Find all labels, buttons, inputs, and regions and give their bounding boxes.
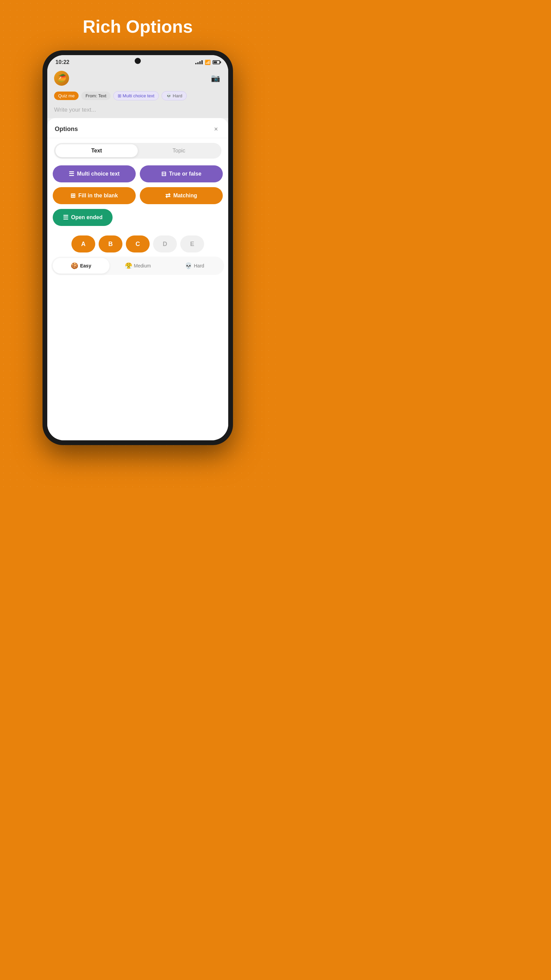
- tab-switcher: Text Topic: [54, 143, 221, 159]
- options-row-2: ⊞ Fill in the blank ⇄ Matching: [53, 187, 223, 204]
- letter-c[interactable]: C: [126, 235, 150, 253]
- wifi-icon: 📶: [205, 60, 211, 65]
- text-placeholder: Write your text...: [54, 107, 96, 113]
- multi-choice-label: Multi choice text: [123, 93, 154, 98]
- phone-camera-notch: [135, 58, 141, 64]
- phone-screen: 10:22 📶 🥭 📷 Quiz me: [47, 55, 228, 440]
- quiz-me-tag[interactable]: Quiz me: [54, 92, 79, 100]
- from-text-tag[interactable]: From: Text: [81, 92, 110, 100]
- letter-e[interactable]: E: [180, 235, 204, 253]
- fill-in-blank-icon: ⊞: [70, 192, 76, 199]
- letter-d-label: D: [163, 240, 167, 248]
- letter-c-label: C: [136, 240, 140, 248]
- tab-topic[interactable]: Topic: [138, 144, 220, 157]
- phone-shell: 10:22 📶 🥭 📷 Quiz me: [43, 50, 233, 445]
- hard-tag[interactable]: 💀 Hard: [162, 91, 187, 100]
- hard-difficulty-emoji: 💀: [185, 262, 192, 269]
- medium-label: Medium: [134, 263, 151, 269]
- hard-icon: 💀: [166, 93, 171, 98]
- letter-e-label: E: [190, 240, 194, 248]
- letter-a-label: A: [81, 240, 86, 248]
- multi-choice-text-button[interactable]: ☰ Multi choice text: [53, 165, 136, 182]
- letter-a[interactable]: A: [71, 235, 95, 253]
- from-text-label: From: Text: [86, 93, 106, 98]
- multi-choice-text-icon: ☰: [69, 170, 74, 178]
- letter-b[interactable]: B: [98, 235, 122, 253]
- options-row-3: ☰ Open ended: [53, 209, 223, 226]
- matching-icon: ⇄: [165, 192, 170, 199]
- medium-button[interactable]: 😤 Medium: [110, 258, 166, 274]
- status-icons: 📶: [195, 60, 220, 65]
- close-button[interactable]: ×: [211, 124, 221, 134]
- true-or-false-button[interactable]: ⊟ True or false: [140, 165, 223, 182]
- easy-emoji: 🍪: [71, 262, 78, 269]
- avatar: 🥭: [54, 71, 69, 86]
- letter-d[interactable]: D: [153, 235, 177, 253]
- quiz-me-label: Quiz me: [58, 93, 75, 98]
- multi-choice-text-label: Multi choice text: [77, 171, 119, 177]
- easy-button[interactable]: 🍪 Easy: [53, 258, 110, 274]
- fill-in-blank-button[interactable]: ⊞ Fill in the blank: [53, 187, 136, 204]
- medium-emoji: 😤: [125, 262, 132, 269]
- letter-b-label: B: [108, 240, 113, 248]
- easy-label: Easy: [80, 263, 91, 269]
- multi-choice-icon: ⊞: [118, 93, 121, 98]
- multi-choice-tag[interactable]: ⊞ Multi choice text: [113, 91, 159, 100]
- camera-button[interactable]: 📷: [209, 72, 221, 84]
- true-or-false-icon: ⊟: [161, 170, 166, 178]
- true-or-false-label: True or false: [169, 171, 202, 177]
- options-modal: Options × Text Topic ☰ Multi choice text…: [47, 118, 228, 440]
- open-ended-button[interactable]: ☰ Open ended: [53, 209, 113, 226]
- battery-icon: [213, 60, 220, 64]
- app-header: 🥭 📷: [47, 68, 228, 90]
- options-grid: ☰ Multi choice text ⊟ True or false ⊞ Fi…: [47, 159, 228, 233]
- open-ended-icon: ☰: [63, 214, 68, 221]
- text-input-area[interactable]: Write your text...: [47, 103, 228, 118]
- page-title: Rich Options: [83, 16, 193, 37]
- options-header: Options ×: [47, 118, 228, 138]
- tags-row: Quiz me From: Text ⊞ Multi choice text 💀…: [47, 90, 228, 103]
- hard-label: Hard: [173, 93, 182, 98]
- hard-difficulty-button[interactable]: 💀 Hard: [166, 258, 223, 274]
- signal-icon: [195, 60, 203, 64]
- options-row-1: ☰ Multi choice text ⊟ True or false: [53, 165, 223, 182]
- status-time: 10:22: [56, 59, 69, 65]
- open-ended-label: Open ended: [71, 215, 102, 221]
- difficulty-row: 🍪 Easy 😤 Medium 💀 Hard: [51, 256, 224, 275]
- matching-label: Matching: [173, 192, 197, 199]
- matching-button[interactable]: ⇄ Matching: [140, 187, 223, 204]
- options-title: Options: [55, 126, 78, 133]
- hard-difficulty-label: Hard: [194, 263, 204, 269]
- difficulty-letters: A B C D E: [47, 233, 228, 256]
- fill-in-blank-label: Fill in the blank: [78, 192, 118, 199]
- tab-text[interactable]: Text: [56, 144, 138, 157]
